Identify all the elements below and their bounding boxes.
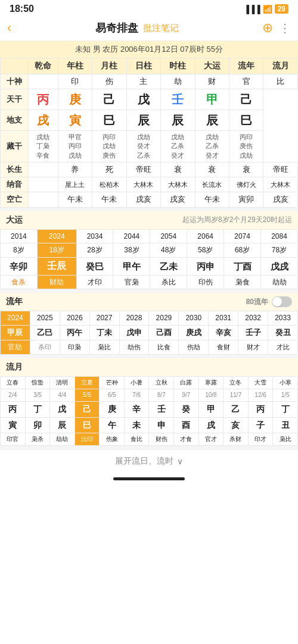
back-button[interactable]: ‹ bbox=[7, 20, 11, 36]
lm-d-9: 11/7 bbox=[224, 389, 249, 402]
row-label-changsheng: 长生 bbox=[1, 162, 29, 177]
ly-year-3[interactable]: 2027 bbox=[89, 311, 119, 326]
cs-rz: 帝旺 bbox=[126, 162, 160, 177]
liuyear-toggle[interactable] bbox=[272, 296, 292, 307]
zg-nz: 甲官 丙印 戊劫 bbox=[58, 130, 92, 162]
home-bar bbox=[113, 477, 185, 480]
ly-gz-9[interactable]: 癸丑 bbox=[268, 326, 298, 340]
dayun-year-5[interactable]: 2064 bbox=[187, 229, 224, 243]
dz-sz: 辰 bbox=[161, 110, 195, 130]
dayun-ss-4: 杀比 bbox=[150, 275, 187, 289]
liuyear-ganzhi-row: 甲辰 乙巳 丙午 丁未 戊申 己酉 庚戌 辛亥 壬子 癸丑 bbox=[1, 326, 298, 340]
ny-rz: 大林木 bbox=[126, 177, 160, 192]
kw-yz: 午未 bbox=[92, 192, 126, 207]
lm-d-7: 9/7 bbox=[174, 389, 199, 402]
ny-sz: 大林木 bbox=[161, 177, 195, 192]
zg-sz: 戊劫 乙杀 癸才 bbox=[161, 130, 195, 162]
lm-dz-1: 卯 bbox=[25, 417, 50, 433]
liuyue-months-row: 立春 惊蛰 清明 立夏 芒种 小暑 立秋 白露 寒露 立冬 大雪 小寒 bbox=[1, 377, 298, 389]
lm-d-1: 3/5 bbox=[25, 389, 50, 402]
dayun-gz-3[interactable]: 甲午 bbox=[113, 258, 150, 275]
ly-gz-4[interactable]: 戊申 bbox=[119, 326, 149, 340]
dayun-ss-3: 官枭 bbox=[113, 275, 150, 289]
lm-d-8: 10/8 bbox=[198, 389, 224, 402]
ly-year-2[interactable]: 2026 bbox=[60, 311, 89, 326]
dayun-year-0[interactable]: 2014 bbox=[1, 229, 38, 243]
lm-dz-3[interactable]: 巳 bbox=[74, 417, 100, 433]
liuyue-dates-row: 2/4 3/5 4/4 5/5 6/5 7/6 8/7 9/7 10/8 11/… bbox=[1, 389, 298, 402]
dayun-year-3[interactable]: 2044 bbox=[113, 229, 150, 243]
more-button[interactable]: ⋮ bbox=[279, 21, 291, 35]
zg-dy: 戊劫 乙杀 癸才 bbox=[195, 130, 229, 162]
dayun-year-1[interactable]: 2024 bbox=[37, 229, 76, 243]
ly-year-8[interactable]: 2032 bbox=[238, 311, 268, 326]
table-row-changsheng: 长生 养 死 帝旺 衰 衰 衰 帝旺 bbox=[1, 162, 298, 177]
ly-gz-7[interactable]: 辛亥 bbox=[209, 326, 238, 340]
ly-gz-1[interactable]: 乙巳 bbox=[30, 326, 60, 340]
ly-year-6[interactable]: 2030 bbox=[179, 311, 209, 326]
dayun-ss-2: 才印 bbox=[76, 275, 113, 289]
ly-gz-5[interactable]: 己酉 bbox=[149, 326, 179, 340]
dayun-year-4[interactable]: 2054 bbox=[150, 229, 187, 243]
lm-m-6: 立秋 bbox=[149, 377, 174, 389]
kw-nz: 午未 bbox=[58, 192, 92, 207]
lm-ss-10: 印才 bbox=[248, 433, 273, 446]
dayun-gz-5[interactable]: 丙申 bbox=[187, 258, 224, 275]
lm-dz-4: 午 bbox=[100, 417, 125, 433]
dayun-age-4: 48岁 bbox=[150, 243, 187, 258]
table-row-tiangan: 天干 丙 庚 己 戊 壬 甲 己 bbox=[1, 89, 298, 110]
ly-year-1[interactable]: 2025 bbox=[30, 311, 60, 326]
table-row-kongwang: 空亡 午未 午未 戌亥 戌亥 午未 寅卯 戌亥 bbox=[1, 192, 298, 207]
ly-gz-3[interactable]: 丁未 bbox=[89, 326, 119, 340]
bottom-expand[interactable]: 展开流日、流时 ∨ bbox=[0, 449, 298, 473]
ny-ly: 佛灯火 bbox=[229, 177, 263, 192]
dayun-year-6[interactable]: 2074 bbox=[224, 229, 261, 243]
lm-ss-7: 才食 bbox=[174, 433, 199, 446]
col-header-dayun: 大运 bbox=[195, 58, 229, 74]
shishen-ly: 官 bbox=[229, 74, 263, 89]
ly-year-7[interactable]: 2031 bbox=[209, 311, 238, 326]
lm-d-10: 12/6 bbox=[248, 389, 273, 402]
ly-gz-0[interactable]: 甲辰 bbox=[1, 326, 30, 340]
ly-gz-2[interactable]: 丙午 bbox=[60, 326, 89, 340]
dayun-gz-4[interactable]: 乙未 bbox=[150, 258, 187, 275]
liuyue-shishen-row: 印官 枭杀 劫劫 比印 伤象 食比 财伤 才食 官才 杀财 印才 枭比 bbox=[1, 433, 298, 446]
ly-gz-8[interactable]: 壬子 bbox=[238, 326, 268, 340]
cs-sz: 衰 bbox=[161, 162, 195, 177]
dayun-ss-1: 财劫 bbox=[37, 275, 76, 289]
header-subtitle[interactable]: 批注笔记 bbox=[143, 23, 179, 34]
ny-yz: 松柏木 bbox=[92, 177, 126, 192]
dayun-gz-7[interactable]: 戊戌 bbox=[261, 258, 298, 275]
dayun-gz-2[interactable]: 癸巳 bbox=[76, 258, 113, 275]
liuyear-label: 流年 bbox=[6, 296, 23, 307]
ly-ss-7: 食财 bbox=[209, 340, 238, 355]
dayun-age-0: 8岁 bbox=[1, 243, 38, 258]
liuyear-shishen-row: 官劫 杀印 印枭 枭比 劫伤 比食 伤劫 食财 财才 才比 bbox=[1, 340, 298, 355]
lm-m-2: 清明 bbox=[50, 377, 75, 389]
add-button[interactable]: ⊕ bbox=[262, 20, 273, 36]
lm-tg-3[interactable]: 己 bbox=[74, 402, 100, 418]
ly-ss-2: 印枭 bbox=[60, 340, 89, 355]
dayun-gz-0[interactable]: 辛卯 bbox=[1, 258, 38, 275]
lm-d-3[interactable]: 5/5 bbox=[74, 389, 100, 402]
dayun-age-7: 78岁 bbox=[261, 243, 298, 258]
ly-year-5[interactable]: 2029 bbox=[149, 311, 179, 326]
status-time: 18:50 bbox=[10, 4, 34, 14]
tg-ly: 己 bbox=[229, 89, 263, 110]
lm-m-3[interactable]: 立夏 bbox=[74, 377, 100, 389]
kw-rz: 戌亥 bbox=[126, 192, 160, 207]
ly-year-0[interactable]: 2024 bbox=[1, 311, 30, 326]
ly-year-4[interactable]: 2028 bbox=[119, 311, 149, 326]
ly-year-9[interactable]: 2033 bbox=[268, 311, 298, 326]
dayun-year-7[interactable]: 2084 bbox=[261, 229, 298, 243]
lm-ss-3[interactable]: 比印 bbox=[74, 433, 100, 446]
lm-ss-4: 伤象 bbox=[100, 433, 125, 446]
lm-d-4: 6/5 bbox=[100, 389, 125, 402]
dayun-gz-6[interactable]: 丁酉 bbox=[224, 258, 261, 275]
cs-ly: 衰 bbox=[229, 162, 263, 177]
lm-ss-11: 枭比 bbox=[273, 433, 298, 446]
dayun-gz-1[interactable]: 壬辰 bbox=[37, 258, 76, 275]
ly-gz-6[interactable]: 庚戌 bbox=[179, 326, 209, 340]
tg-yz: 己 bbox=[92, 89, 126, 110]
dayun-year-2[interactable]: 2034 bbox=[76, 229, 113, 243]
